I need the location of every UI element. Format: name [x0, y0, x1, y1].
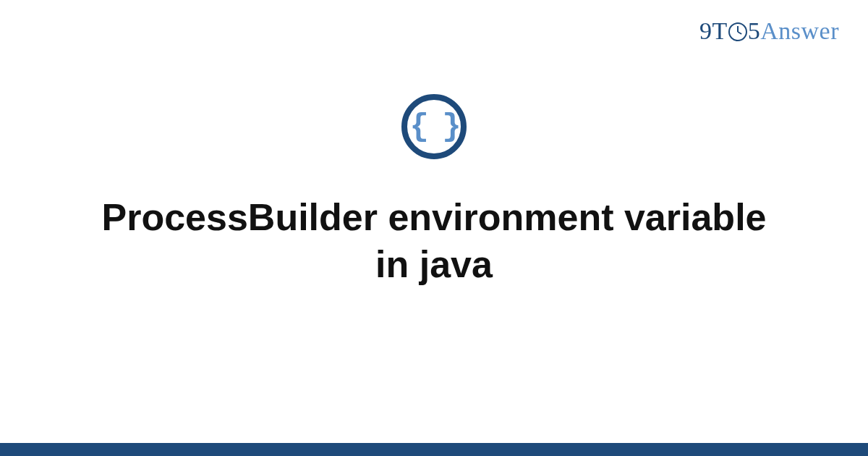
logo-text-answer: Answer — [760, 17, 839, 44]
logo-text-9t: 9T — [699, 17, 728, 44]
logo-text-5: 5 — [748, 17, 761, 44]
footer-bar — [0, 443, 868, 456]
topic-icon-circle: { } — [401, 94, 467, 159]
clock-icon — [728, 17, 748, 45]
site-logo: 9T5Answer — [699, 17, 839, 45]
braces-icon: { } — [409, 111, 458, 143]
main-content: { } ProcessBuilder environment variable … — [0, 94, 868, 288]
page-title: ProcessBuilder environment variable in j… — [72, 194, 796, 288]
